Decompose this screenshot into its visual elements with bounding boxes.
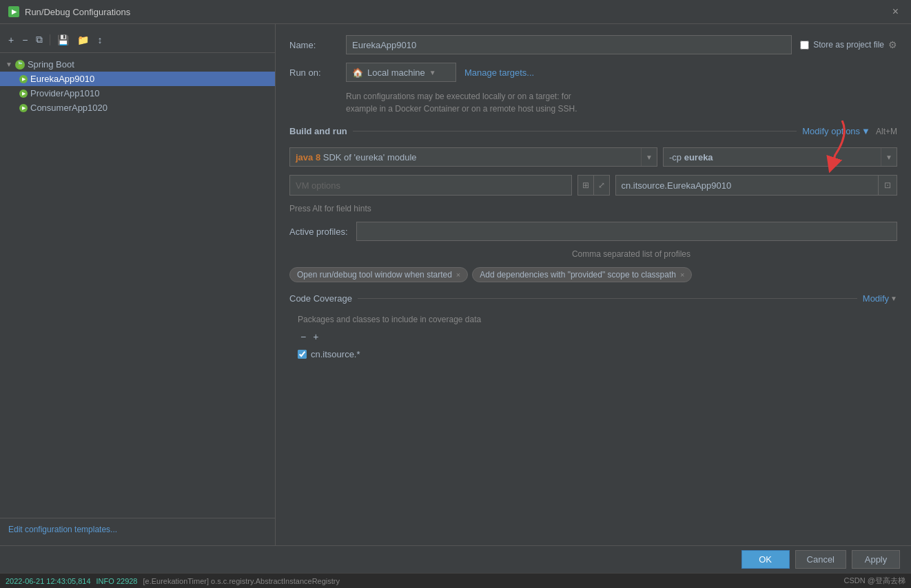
tag-add-dependencies-label: Add dependencies with "provided" scope t… [480, 270, 676, 280]
app-icon: ▶ [8, 6, 19, 17]
status-bar: 2022-06-21 12:43:05,814 INFO 22928 [e.Eu… [0, 573, 911, 588]
java-sdk-dropdown[interactable]: java 8 SDK of 'eureka' module ▼ [289, 147, 657, 167]
modify-options-link[interactable]: Modify options ▼ [802, 126, 870, 136]
run-on-hint-2: example in a Docker Container or on a re… [346, 103, 897, 115]
apply-button[interactable]: Apply [852, 550, 900, 569]
java-sdk-suffix: SDK of 'eureka' module [320, 152, 416, 162]
tag-open-window-close-icon[interactable]: × [456, 271, 460, 279]
edit-templates-link[interactable]: Edit configuration templates... [8, 525, 117, 534]
toolbar-divider-1 [50, 34, 50, 45]
coverage-title: Code Coverage [289, 293, 352, 304]
coverage-remove-button[interactable]: − [298, 330, 309, 344]
active-profiles-input[interactable] [356, 222, 897, 241]
name-input[interactable] [346, 35, 792, 54]
sidebar: + − ⧉ 💾 📁 ↕ ▼ 🍃 Spring Boot ▶ [0, 24, 276, 545]
spring-boot-group: ▼ 🍃 Spring Boot ▶ EurekaApp9010 ▶ Provid… [0, 56, 275, 116]
close-button[interactable]: × [888, 4, 903, 19]
tag-open-window: Open run/debug tool window when started … [289, 267, 468, 282]
folder-config-button[interactable]: 📁 [74, 33, 92, 47]
sort-config-button[interactable]: ↕ [94, 33, 105, 47]
title-bar-left: ▶ Run/Debug Configurations [8, 6, 130, 17]
active-profiles-row: Active profiles: [289, 222, 897, 241]
ok-button[interactable]: OK [741, 550, 790, 569]
cp-dropdown[interactable]: -cp eureka ▼ [663, 147, 897, 167]
config-item-eureka-label: EurekaApp9010 [30, 74, 94, 84]
manage-targets-link[interactable]: Manage targets... [464, 67, 534, 78]
cp-text: -cp eureka [664, 152, 881, 162]
main-class-input[interactable] [615, 175, 879, 196]
modify-options-caret-icon: ▼ [861, 126, 870, 136]
config-item-provider-label: ProviderApp1010 [30, 88, 99, 98]
coverage-item-label: cn.itsource.* [311, 349, 360, 359]
expand-icon: ▼ [6, 61, 12, 68]
cp-caret-icon: ▼ [881, 148, 897, 166]
coverage-item: cn.itsource.* [298, 348, 889, 361]
run-on-label: Run on: [289, 67, 338, 78]
main-class-browse-button[interactable]: ⊡ [879, 175, 897, 196]
coverage-add-button[interactable]: + [310, 330, 321, 344]
cancel-button[interactable]: Cancel [795, 550, 846, 569]
name-label: Name: [289, 40, 338, 50]
run-on-row: Run on: 🏠 Local machine ▼ Manage targets… [289, 63, 897, 82]
provider-icon: ▶ [19, 90, 28, 98]
store-project-file-checkbox[interactable] [800, 41, 809, 50]
run-on-hint: Run configurations may be executed local… [289, 90, 897, 115]
vm-actions: ⊞ ⤢ [577, 175, 610, 196]
eureka-icon: ▶ [19, 75, 28, 83]
java-sdk-caret-icon: ▼ [641, 148, 657, 166]
config-item-provider[interactable]: ▶ ProviderApp1010 [0, 86, 275, 101]
vm-main-row: ⊞ ⤢ ⊡ [289, 175, 897, 196]
status-level: INFO 22928 [96, 577, 138, 585]
cp-value: eureka [684, 152, 713, 162]
coverage-modify-link[interactable]: Modify ▼ [863, 293, 897, 304]
vm-collapse-button[interactable]: ⤢ [593, 176, 609, 195]
spring-boot-icon: 🍃 [15, 60, 25, 70]
tag-add-dependencies-close-icon[interactable]: × [680, 271, 684, 279]
vm-options-input[interactable] [289, 175, 572, 196]
config-item-consumer-label: ConsumerApp1020 [30, 103, 108, 113]
config-item-consumer[interactable]: ▶ ConsumerApp1020 [0, 101, 275, 115]
code-coverage-section: Code Coverage Modify ▼ Packages and clas… [289, 293, 897, 366]
config-item-eureka[interactable]: ▶ EurekaApp9010 [0, 72, 275, 86]
name-row: Name: Store as project file ⚙ [289, 35, 897, 54]
run-on-caret-icon: ▼ [429, 69, 436, 76]
java-sdk-text: java 8 SDK of 'eureka' module [290, 152, 641, 162]
main-class-wrapper: ⊡ [615, 175, 898, 196]
remove-config-button[interactable]: − [19, 33, 30, 47]
field-hint: Press Alt for field hints [289, 204, 897, 213]
run-on-dropdown[interactable]: 🏠 Local machine ▼ [346, 63, 456, 82]
coverage-item-checkbox[interactable] [298, 350, 307, 359]
add-config-button[interactable]: + [6, 33, 17, 47]
store-label: Store as project file [813, 40, 884, 50]
profiles-hint: Comma separated list of profiles [289, 249, 897, 259]
tag-add-dependencies: Add dependencies with "provided" scope t… [472, 267, 692, 282]
run-on-hint-1: Run configurations may be executed local… [346, 90, 897, 103]
consumer-icon: ▶ [19, 104, 28, 112]
gear-icon[interactable]: ⚙ [888, 39, 897, 50]
main-panel: Name: Store as project file ⚙ Run on: 🏠 … [276, 24, 911, 545]
sidebar-toolbar: + − ⧉ 💾 📁 ↕ [0, 30, 275, 53]
run-on-value: Local machine [367, 67, 425, 78]
coverage-hint: Packages and classes to include in cover… [298, 315, 889, 324]
coverage-body: Packages and classes to include in cover… [289, 309, 897, 366]
run-debug-configurations-dialog: ▶ Run/Debug Configurations × + − ⧉ 💾 📁 ↕ [0, 0, 911, 588]
cp-prefix: -cp [669, 152, 684, 162]
coverage-divider [358, 298, 857, 299]
coverage-modify-label: Modify [863, 293, 889, 304]
save-config-button[interactable]: 💾 [54, 33, 72, 47]
build-run-section: Build and run Modify options ▼ Alt+M [289, 126, 897, 136]
store-project-file-row: Store as project file ⚙ [800, 39, 897, 50]
sidebar-footer: Edit configuration templates... [0, 518, 275, 540]
java-sdk-row: java 8 SDK of 'eureka' module ▼ -cp eure… [289, 147, 897, 167]
vm-expand-button[interactable]: ⊞ [577, 176, 593, 195]
copy-config-button[interactable]: ⧉ [33, 32, 45, 47]
coverage-header: Code Coverage Modify ▼ [289, 293, 897, 304]
spring-boot-group-label[interactable]: ▼ 🍃 Spring Boot [0, 57, 275, 72]
coverage-toolbar: − + [298, 330, 889, 344]
dialog-body: + − ⧉ 💾 📁 ↕ ▼ 🍃 Spring Boot ▶ [0, 24, 911, 545]
spring-boot-label: Spring Boot [28, 59, 74, 70]
vm-options-wrapper [289, 175, 572, 196]
coverage-modify-caret-icon: ▼ [890, 295, 897, 302]
status-timestamp: 2022-06-21 12:43:05,814 [6, 577, 91, 585]
bottom-bar: OK Cancel Apply [0, 545, 911, 573]
